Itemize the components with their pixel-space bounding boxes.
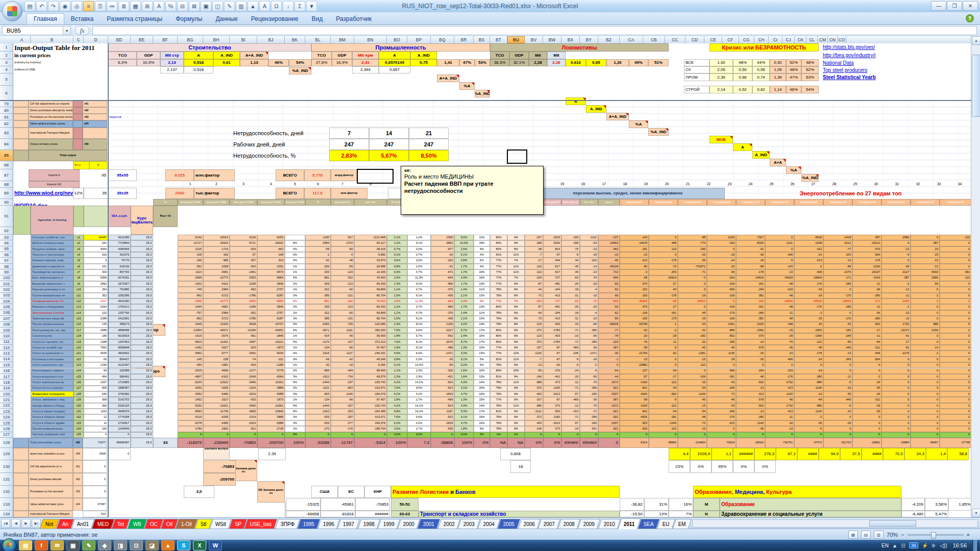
mid-val[interactable]: 0 xyxy=(203,432,230,438)
c-code[interactable]: c4 xyxy=(74,252,84,258)
energy-val[interactable]: 0 xyxy=(794,432,823,438)
col-num[interactable]: 31 xyxy=(887,181,908,188)
mid-val[interactable]: 16% xyxy=(474,386,490,391)
energy-val[interactable]: -5 xyxy=(823,380,852,385)
c-strip[interactable] xyxy=(73,114,83,120)
energy-val[interactable]: -75 xyxy=(765,339,794,345)
energy-val[interactable]: 0 xyxy=(852,368,881,374)
total-val[interactable]: #ЗНАЧ! xyxy=(561,438,580,448)
mid-val[interactable]: -16 xyxy=(561,333,580,339)
mid-val[interactable]: -1286 xyxy=(257,362,285,368)
mid-val[interactable]: -5243 xyxy=(178,380,203,385)
mid-val[interactable]: -49 xyxy=(305,357,331,362)
mid-val[interactable]: -36 xyxy=(580,345,598,350)
hdr[interactable]: Mlt прм xyxy=(352,52,379,59)
v1[interactable]: 3 xyxy=(84,258,108,263)
sea-hdr[interactable]: SEA, в руб. xyxy=(108,206,131,227)
mid-val[interactable]: 0,0% xyxy=(407,432,431,438)
val[interactable]: ###### xyxy=(355,511,390,517)
mid-val[interactable]: -336,079 xyxy=(354,420,387,426)
mid-val[interactable]: -436 xyxy=(431,316,454,321)
energy-val[interactable]: -26914 xyxy=(649,276,678,281)
energy-val[interactable]: 0 xyxy=(881,391,911,397)
mid-val[interactable]: 15% xyxy=(474,345,490,350)
rate[interactable]: 29,3 xyxy=(131,403,153,409)
val[interactable]: -45961 xyxy=(321,498,355,511)
mid-val[interactable]: 4,1% xyxy=(454,386,474,391)
energy-val[interactable]: 0 xyxy=(823,414,852,420)
mid-val[interactable]: -59 xyxy=(305,246,331,252)
energy-val[interactable]: -58 xyxy=(620,397,649,403)
mid-val[interactable]: -102 xyxy=(431,258,454,263)
rate[interactable]: 29,3 xyxy=(131,293,153,298)
energy-val[interactable]: -110 xyxy=(940,276,971,281)
energy-val[interactable]: -590 xyxy=(707,368,736,374)
energy-val[interactable]: -178 xyxy=(852,258,881,263)
energy-val[interactable]: -280 xyxy=(736,310,765,316)
energy-val[interactable]: -36 xyxy=(852,310,881,316)
mid-val[interactable]: -57 xyxy=(230,252,257,258)
energy-val[interactable]: 0 xyxy=(940,339,971,345)
mid-val[interactable]: -372 xyxy=(525,328,543,333)
start-button[interactable] xyxy=(2,538,16,551)
energy-val[interactable]: -412 xyxy=(794,246,823,252)
energy-val[interactable]: 0 xyxy=(911,310,940,316)
mid-val[interactable]: 9% xyxy=(507,328,525,333)
col-header-BF[interactable]: BF xyxy=(153,36,178,43)
mid-val[interactable]: -633 xyxy=(230,397,257,403)
energy-val[interactable]: -24616 xyxy=(765,298,794,304)
energy-sum[interactable]: 1,1 xyxy=(712,448,733,460)
mid-val[interactable]: -3892 xyxy=(431,240,454,246)
mid-val[interactable]: -38,419 xyxy=(354,246,387,252)
energy-val[interactable]: -19 xyxy=(678,293,707,298)
mid-val[interactable]: -3070 xyxy=(431,339,454,345)
energy-val[interactable]: 0 xyxy=(649,235,678,240)
val[interactable]: 0,6570149 xyxy=(379,59,410,66)
energy-val[interactable]: -54 xyxy=(678,409,707,414)
energy-val[interactable]: -1121 xyxy=(765,240,794,246)
mid-val[interactable]: 9% xyxy=(507,426,525,432)
mid-val[interactable]: -131 xyxy=(331,293,354,298)
energy-val[interactable]: -19 xyxy=(911,246,940,252)
energy-val[interactable]: -48 xyxy=(765,316,794,321)
overflow-text[interactable]: зидентов xyxy=(108,114,139,120)
energy-val[interactable]: -14 xyxy=(736,339,765,345)
vertical-scrollbar[interactable]: ▲ ▼ xyxy=(971,36,980,517)
mid-val[interactable]: -20 xyxy=(580,281,598,287)
mid-val[interactable]: 17% xyxy=(474,409,490,414)
mid-val[interactable]: 6,0% xyxy=(407,350,431,356)
energy-val[interactable]: -1416 xyxy=(881,298,911,304)
hdr[interactable]: %A_IND xyxy=(475,90,490,97)
row-header-106[interactable]: 106 xyxy=(0,310,13,316)
sector-val[interactable]: 3,56% xyxy=(925,498,948,511)
total-value[interactable]: 5,776 xyxy=(304,169,331,181)
sheet-tab-2004[interactable]: 2004 xyxy=(478,519,500,529)
mid-val[interactable]: 5% xyxy=(474,357,490,362)
energy-val[interactable]: -502 xyxy=(736,403,765,409)
energy-unit[interactable]: тераджоулей xyxy=(881,199,911,206)
energy-val[interactable]: -15 xyxy=(678,380,707,385)
active-cell-selection[interactable] xyxy=(507,149,527,164)
mid-val[interactable]: 2% xyxy=(285,386,305,391)
mid-val[interactable]: 16% xyxy=(474,420,490,426)
mid-val[interactable]: -396 xyxy=(580,414,598,420)
mid-val[interactable]: 5% xyxy=(474,298,490,304)
sector-name[interactable]: Образование xyxy=(720,498,901,511)
energy-val[interactable]: -17 xyxy=(852,328,881,333)
mid-val[interactable]: -1912 xyxy=(305,374,331,380)
industry-name[interactable]: Услуги, связанные с нед xyxy=(31,397,74,403)
a-strip[interactable] xyxy=(13,150,29,161)
mid-val[interactable]: -38 xyxy=(525,246,543,252)
mid-val[interactable]: -644 xyxy=(431,276,454,281)
energy-val[interactable]: 0 xyxy=(881,409,911,414)
mid-val[interactable]: 1,7% xyxy=(454,264,474,269)
rate[interactable]: 29,3 xyxy=(131,246,153,252)
mid-val[interactable]: -12 xyxy=(561,380,580,385)
mid-val[interactable]: -80,704 xyxy=(354,316,387,321)
mid-val[interactable]: 3,0% xyxy=(407,246,431,252)
mid-val[interactable]: -60 xyxy=(331,310,354,316)
go-value[interactable]: 1244546 xyxy=(108,426,131,432)
mid-val[interactable]: -944 xyxy=(598,298,620,304)
mid-val[interactable]: -985 xyxy=(203,258,230,263)
industry-name[interactable]: Услуги по торговле, тех xyxy=(31,339,74,345)
